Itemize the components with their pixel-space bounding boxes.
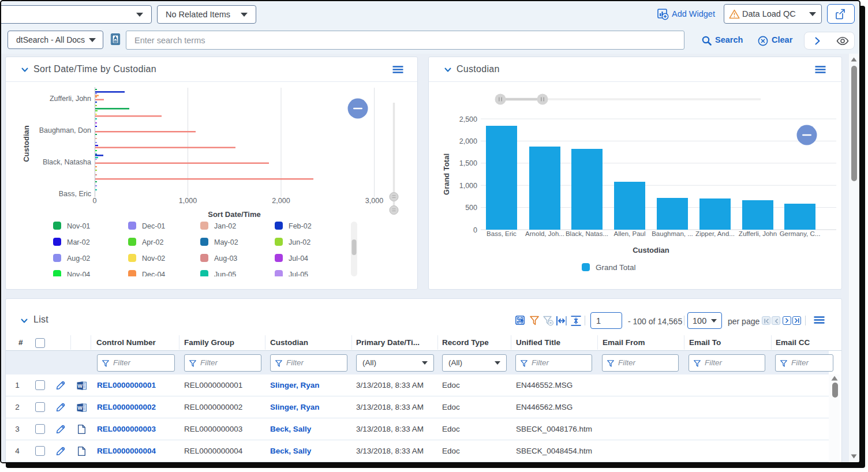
svg-text:Sort Date/Time: Sort Date/Time: [208, 210, 261, 219]
svg-text:W: W: [78, 405, 83, 411]
svg-text:Baughman, Don: Baughman, Don: [39, 126, 91, 134]
svg-text:2,000: 2,000: [459, 137, 477, 145]
svg-text:Custodian: Custodian: [22, 125, 31, 162]
svg-text:Mar-02: Mar-02: [67, 238, 90, 246]
svg-text:Zipper, And...: Zipper, And...: [695, 230, 735, 237]
svg-text:500: 500: [465, 204, 477, 212]
svg-text:Zufferli, John: Zufferli, John: [739, 230, 777, 237]
svg-text:Jul-05: Jul-05: [289, 271, 308, 277]
svg-text:Bass, Eric: Bass, Eric: [59, 190, 91, 198]
svg-text:W: W: [78, 383, 83, 389]
svg-text:Arnold, Joh...: Arnold, Joh...: [525, 230, 564, 237]
svg-text:Aug-02: Aug-02: [67, 254, 90, 263]
svg-text:Allen, Paul: Allen, Paul: [614, 230, 646, 237]
svg-text:1,500: 1,500: [459, 159, 477, 167]
svg-text:Jan-02: Jan-02: [214, 222, 236, 230]
svg-text:2,000: 2,000: [272, 197, 290, 205]
svg-text:Baughman, ...: Baughman, ...: [652, 230, 693, 237]
svg-text:Nov-02: Nov-02: [142, 254, 165, 263]
svg-text:Black, Natasha: Black, Natasha: [43, 158, 91, 166]
svg-text:Apr-02: Apr-02: [142, 238, 164, 246]
svg-text:0: 0: [473, 226, 477, 234]
svg-text:Germany, C...: Germany, C...: [780, 230, 821, 237]
svg-text:May-02: May-02: [214, 238, 238, 246]
svg-text:Grand Total: Grand Total: [596, 263, 636, 272]
svg-text:Nov-01: Nov-01: [67, 222, 90, 230]
svg-text:Dec-01: Dec-01: [142, 222, 165, 230]
svg-text:Black, Natas...: Black, Natas...: [566, 230, 608, 237]
svg-text:3,000: 3,000: [365, 197, 383, 205]
svg-text:Jun-02: Jun-02: [289, 238, 310, 246]
svg-text:Grand Total: Grand Total: [442, 153, 451, 195]
svg-text:Jun-05: Jun-05: [214, 271, 236, 277]
svg-text:Dec-04: Dec-04: [142, 271, 165, 277]
svg-text:Custodian: Custodian: [633, 246, 669, 254]
svg-text:Nov-04: Nov-04: [67, 271, 90, 277]
svg-text:2,500: 2,500: [459, 115, 477, 123]
svg-text:Aug-03: Aug-03: [214, 254, 237, 263]
svg-text:Zufferli, John: Zufferli, John: [50, 95, 91, 103]
svg-text:1,000: 1,000: [179, 197, 197, 205]
svg-text:Feb-02: Feb-02: [289, 222, 312, 230]
svg-text:Jul-04: Jul-04: [289, 254, 308, 263]
svg-text:1,000: 1,000: [459, 182, 477, 190]
svg-text:Bass, Eric: Bass, Eric: [487, 230, 517, 237]
svg-text:0: 0: [93, 197, 97, 205]
